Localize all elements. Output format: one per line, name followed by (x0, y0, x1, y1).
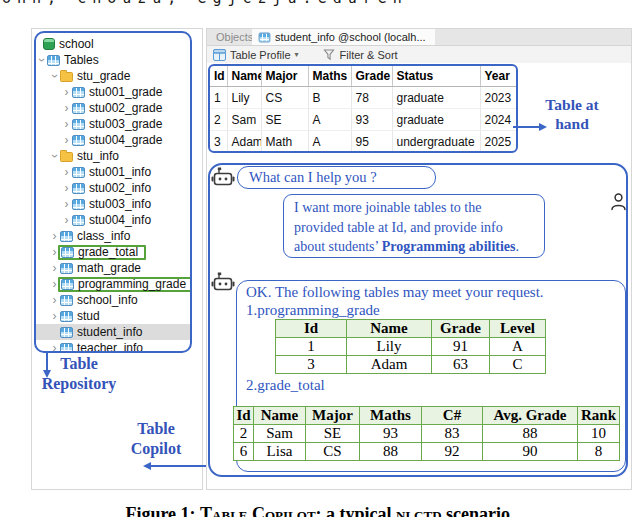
tab-bar: Objects student_info @school (localh... (207, 29, 631, 46)
table-icon (60, 295, 73, 306)
cell[interactable]: undergraduate (392, 131, 480, 153)
cell[interactable]: 78 (351, 87, 392, 109)
column-header[interactable]: Grade (351, 66, 392, 87)
table-profile-icon (213, 49, 226, 61)
table-icon (72, 103, 85, 114)
cell[interactable]: graduate (392, 87, 480, 109)
tree-item-teacher-info[interactable]: teacher_info (36, 340, 190, 353)
tree-item-class-info[interactable]: class_info (36, 228, 190, 244)
cell[interactable]: 93 (351, 109, 392, 131)
chevron-right-icon[interactable] (61, 135, 72, 145)
tree-item-math-grade[interactable]: math_grade (36, 260, 190, 276)
tree-item-stu004-grade[interactable]: stu004_grade (36, 132, 190, 148)
tree-item-stu002-grade[interactable]: stu002_grade (36, 100, 190, 116)
tree-item-label: stud (77, 309, 100, 323)
clipped-body-text: onn, cnouzu, egjczju.eduren (2, 0, 408, 7)
result-cell: 63 (432, 356, 490, 374)
chevron-right-icon[interactable] (49, 343, 60, 353)
result-cell: SE (306, 425, 360, 443)
tree-item-label: math_grade (77, 261, 141, 275)
grid-row[interactable]: 3 Adam Math A 95 undergraduate 2025 (210, 131, 516, 153)
user-message-bold-text: Programming abilities (382, 239, 516, 254)
tree-item-label: stu004_grade (89, 133, 162, 147)
cell[interactable]: 2 (210, 109, 227, 131)
tree-item-stu001-grade[interactable]: stu001_grade (36, 84, 190, 100)
greeting-text: What can I help you ? (249, 169, 377, 186)
table-icon (60, 231, 73, 242)
table-icon (60, 311, 73, 322)
tree-item-grade-total[interactable]: grade_total (36, 244, 190, 260)
result-row: 2 Sam SE 93 83 88 10 (234, 425, 620, 443)
chevron-right-icon[interactable] (61, 87, 72, 97)
cell[interactable]: 3 (210, 131, 227, 153)
label-line: Table (126, 419, 186, 439)
tree-item-school[interactable]: school (36, 36, 190, 52)
cell[interactable]: B (308, 87, 351, 109)
tree-item-stu004-info[interactable]: stu004_info (36, 212, 190, 228)
chevron-down-icon[interactable] (49, 151, 60, 161)
tab-objects[interactable]: Objects (216, 29, 253, 45)
chevron-right-icon[interactable] (61, 167, 72, 177)
result-cell: C (490, 356, 546, 374)
tree-item-programming-grade[interactable]: programming_grade (36, 276, 190, 292)
tree-item-stud[interactable]: stud (36, 308, 190, 324)
result-cell: CS (306, 443, 360, 461)
cell[interactable]: Lily (227, 87, 261, 109)
cell[interactable]: graduate (392, 109, 480, 131)
chevron-right-icon[interactable] (61, 119, 72, 129)
label-line: Table (30, 354, 128, 374)
tree-item-stu002-info[interactable]: stu002_info (36, 180, 190, 196)
cell[interactable]: A (308, 131, 351, 153)
table-at-hand-box: Id Name Major Maths Grade Status Year 1 … (208, 64, 518, 153)
column-header[interactable]: Status (392, 66, 480, 87)
chevron-right-icon[interactable] (61, 215, 72, 225)
chevron-right-icon[interactable] (61, 183, 72, 193)
tree-item-school-info[interactable]: school_info (36, 292, 190, 308)
cell[interactable]: SE (261, 109, 308, 131)
user-message-line: about students’ Programming abilities. (294, 237, 534, 257)
column-header[interactable]: Major (261, 66, 308, 87)
tree-item-stu003-info[interactable]: stu003_info (36, 196, 190, 212)
tree-item-student-info[interactable]: student_info (36, 324, 190, 340)
cell[interactable]: 95 (351, 131, 392, 153)
result-cell: Lily (347, 338, 432, 356)
user-message-line: I want more joinable tables to the (294, 198, 534, 218)
cell[interactable]: 2024 (480, 109, 516, 131)
cell[interactable]: CS (261, 87, 308, 109)
column-header[interactable]: Name (227, 66, 261, 87)
table-profile-button[interactable]: Table Profile (230, 49, 291, 61)
cell[interactable]: A (308, 109, 351, 131)
chevron-right-icon[interactable] (49, 263, 60, 273)
dropdown-caret-icon[interactable]: ▾ (295, 50, 299, 59)
chevron-right-icon[interactable] (49, 311, 60, 321)
column-header[interactable]: Id (210, 66, 227, 87)
tree-item-stu-info[interactable]: stu_info (36, 148, 190, 164)
folder-icon (60, 152, 73, 162)
chevron-down-icon[interactable] (49, 71, 60, 81)
result-column-header: Id (234, 407, 254, 425)
grid-row[interactable]: 2 Sam SE A 93 graduate 2024 (210, 109, 516, 131)
cell[interactable]: Adam (227, 131, 261, 153)
filter-sort-button[interactable]: Filter & Sort (340, 49, 398, 61)
chevron-right-icon[interactable] (49, 295, 60, 305)
grid-row[interactable]: 1 Lily CS B 78 graduate 2023 (210, 87, 516, 109)
tab-student-info[interactable]: student_info @school (localh... (252, 29, 435, 45)
chevron-right-icon[interactable] (61, 103, 72, 113)
cell[interactable]: 1 (210, 87, 227, 109)
result-cell: 1 (276, 338, 347, 356)
cell[interactable]: 2023 (480, 87, 516, 109)
tree-item-tables[interactable]: Tables (36, 52, 190, 68)
cell[interactable]: 2025 (480, 131, 516, 153)
chevron-right-icon[interactable] (61, 199, 72, 209)
cell[interactable]: Math (261, 131, 308, 153)
column-header[interactable]: Maths (308, 66, 351, 87)
chevron-right-icon[interactable] (49, 231, 60, 241)
result-column-header: Avg. Grade (483, 407, 578, 425)
result-column-header: C# (422, 407, 483, 425)
cell[interactable]: Sam (227, 109, 261, 131)
tree-item-stu-grade[interactable]: stu_grade (36, 68, 190, 84)
tree-item-stu001-info[interactable]: stu001_info (36, 164, 190, 180)
chevron-down-icon[interactable] (36, 55, 47, 65)
tree-item-stu003-grade[interactable]: stu003_grade (36, 116, 190, 132)
column-header[interactable]: Year (480, 66, 516, 87)
